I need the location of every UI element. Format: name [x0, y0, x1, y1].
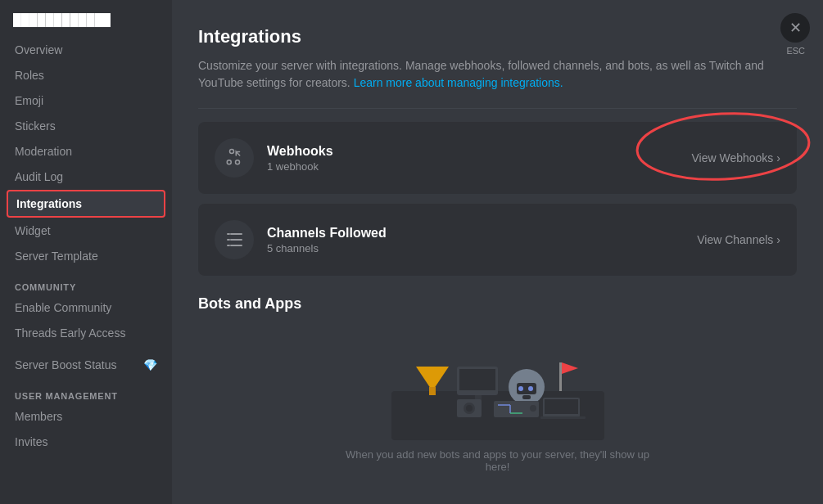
- svg-rect-24: [540, 416, 586, 419]
- sidebar-item-invites[interactable]: Invites: [7, 430, 165, 454]
- sidebar-item-integrations[interactable]: Integrations: [7, 190, 165, 218]
- webhooks-count: 1 webhook: [267, 160, 691, 173]
- chevron-right-icon: ›: [776, 233, 780, 246]
- sidebar-item-threads-early-access[interactable]: Threads Early Access: [7, 321, 165, 345]
- server-boost-label: Server Boost Status: [15, 358, 117, 371]
- svg-marker-13: [562, 362, 578, 374]
- sidebar-item-label: Enable Community: [15, 301, 111, 314]
- svg-point-21: [530, 405, 536, 412]
- sidebar-item-moderation[interactable]: Moderation: [7, 139, 165, 164]
- svg-rect-3: [429, 387, 436, 395]
- svg-rect-11: [522, 395, 531, 399]
- sidebar-item-label: Integrations: [16, 197, 82, 210]
- bots-section-title: Bots and Apps: [198, 295, 797, 313]
- channels-name: Channels Followed: [267, 226, 697, 241]
- sidebar-item-overview[interactable]: Overview: [7, 38, 165, 62]
- channels-info: Channels Followed 5 channels: [267, 226, 697, 254]
- sidebar-item-members[interactable]: Members: [7, 404, 165, 429]
- sidebar-item-emoji[interactable]: Emoji: [7, 88, 165, 113]
- server-name: ████████████: [7, 7, 165, 33]
- view-channels-action[interactable]: View Channels ›: [697, 233, 780, 246]
- user-management-section-label: USER MANAGEMENT: [7, 378, 165, 404]
- svg-rect-5: [459, 369, 495, 390]
- sidebar-item-label: Overview: [15, 43, 62, 56]
- sidebar-item-label: Server Template: [15, 250, 98, 263]
- sidebar-item-server-boost[interactable]: Server Boost Status 💎: [7, 353, 165, 377]
- sidebar-item-stickers[interactable]: Stickers: [7, 114, 165, 138]
- sidebar-item-label: Invites: [15, 435, 47, 448]
- chevron-right-icon: ›: [776, 151, 780, 164]
- learn-more-link[interactable]: Learn more about managing integrations.: [354, 76, 563, 89]
- boost-icon: 💎: [143, 358, 157, 371]
- webhooks-name: Webhooks: [267, 144, 691, 159]
- view-channels-label: View Channels: [697, 233, 773, 246]
- community-section-label: COMMUNITY: [7, 269, 165, 295]
- svg-point-10: [528, 386, 533, 391]
- view-webhooks-action[interactable]: View Webhooks ›: [691, 151, 780, 164]
- sidebar-item-label: Threads Early Access: [15, 326, 125, 340]
- bots-illustration: [383, 342, 613, 448]
- channels-card[interactable]: Channels Followed 5 channels View Channe…: [198, 204, 797, 276]
- sidebar-item-label: Emoji: [15, 94, 43, 107]
- sidebar-item-label: Widget: [15, 224, 51, 237]
- sidebar-item-label: Audit Log: [15, 170, 63, 183]
- channels-count: 5 channels: [267, 242, 697, 254]
- view-webhooks-label: View Webhooks: [691, 151, 773, 164]
- webhooks-info: Webhooks 1 webhook: [267, 144, 691, 173]
- sidebar-item-server-template[interactable]: Server Template: [7, 244, 165, 268]
- channels-icon: [215, 220, 254, 259]
- sidebar-item-label: Stickers: [15, 119, 56, 133]
- svg-point-9: [518, 386, 523, 391]
- divider: [198, 108, 797, 109]
- bots-area: When you add new bots and apps to your s…: [198, 326, 797, 489]
- webhooks-icon: [215, 138, 254, 178]
- svg-rect-23: [545, 399, 578, 414]
- page-description: Customize your server with integrations.…: [198, 57, 797, 92]
- svg-rect-12: [559, 362, 562, 391]
- bots-empty-message: When you add new bots and apps to your s…: [342, 448, 653, 473]
- sidebar-item-label: Roles: [15, 69, 44, 82]
- webhooks-card[interactable]: Webhooks 1 webhook View Webhooks ›: [198, 122, 797, 194]
- main-content: ✕ ESC Integrations Customize your server…: [172, 0, 823, 504]
- sidebar-item-label: Moderation: [15, 145, 72, 158]
- sidebar-item-audit-log[interactable]: Audit Log: [7, 164, 165, 189]
- sidebar-item-label: Members: [15, 410, 62, 423]
- sidebar-item-enable-community[interactable]: Enable Community: [7, 295, 165, 320]
- sidebar-item-roles[interactable]: Roles: [7, 63, 165, 88]
- esc-label: ESC: [786, 46, 805, 56]
- close-button[interactable]: ✕: [780, 13, 810, 43]
- svg-point-16: [466, 405, 473, 412]
- sidebar-item-widget[interactable]: Widget: [7, 218, 165, 243]
- sidebar: ████████████ Overview Roles Emoji Sticke…: [0, 0, 172, 504]
- page-title: Integrations: [198, 26, 797, 47]
